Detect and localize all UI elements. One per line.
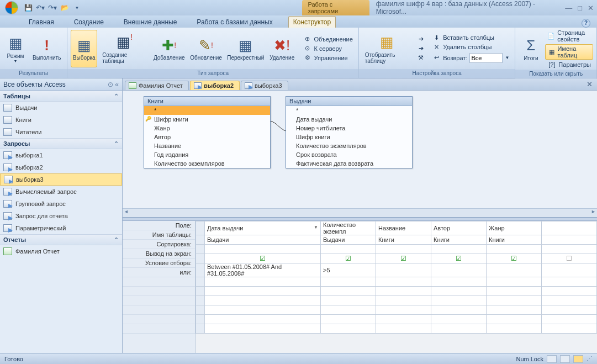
resize-grip-icon[interactable]: ⋰ xyxy=(587,355,593,362)
grid-cell[interactable]: Книги xyxy=(431,235,487,245)
append-button[interactable]: ✚! Добавление xyxy=(152,30,186,67)
update-button[interactable]: ✎! Обновление xyxy=(188,30,223,67)
document-tab[interactable]: выборка3 xyxy=(241,81,288,90)
nav-table-item[interactable]: Читатели xyxy=(0,126,122,138)
maximize-button[interactable]: □ xyxy=(578,4,582,12)
checkbox-checked-icon[interactable]: ☑ xyxy=(434,255,484,262)
field-item[interactable]: Шифр книги xyxy=(144,115,270,124)
grid-cell[interactable]: Автор xyxy=(431,221,487,235)
grid-cell[interactable]: Выдачи xyxy=(205,235,321,245)
field-item[interactable]: Фактическая дата возврата xyxy=(286,159,412,168)
delete-query-button[interactable]: ✖! Удаление xyxy=(268,30,297,67)
nav-section-reports[interactable]: Отчеты⌃ xyxy=(0,234,122,245)
nav-section-tables[interactable]: Таблицы⌃ xyxy=(0,91,122,102)
field-item[interactable]: Дата выдачи xyxy=(286,115,412,124)
grid-cell[interactable]: ☑ xyxy=(205,254,321,263)
field-item[interactable]: Срок возврата xyxy=(286,150,412,159)
open-icon[interactable]: 📂 xyxy=(60,3,69,12)
col-selector[interactable] xyxy=(196,221,205,235)
nav-header[interactable]: Все объекты Access ⊙ « xyxy=(0,78,122,91)
document-tab[interactable]: выборка2 xyxy=(190,81,240,90)
passthrough-button[interactable]: ⊙К серверу xyxy=(301,44,355,52)
field-item[interactable]: Шифр книги xyxy=(286,133,412,141)
field-item[interactable]: Год издания xyxy=(144,150,270,159)
crosstab-button[interactable]: ▦ Перекрестный xyxy=(226,30,266,67)
tab-external-data[interactable]: Внешние данные xyxy=(119,17,182,28)
document-tab[interactable]: Фамилия Отчет xyxy=(125,81,189,90)
checkbox-checked-icon[interactable]: ☑ xyxy=(323,255,373,262)
checkbox-checked-icon[interactable]: ☑ xyxy=(378,255,429,262)
save-icon[interactable]: 💾 xyxy=(24,3,33,12)
totals-button[interactable]: Σ Итоги xyxy=(519,30,543,67)
qat-dropdown-icon[interactable]: ▼ xyxy=(72,3,81,12)
nav-query-item[interactable]: Вычисляемый запрос xyxy=(0,186,122,198)
grid-cell[interactable]: Книги xyxy=(487,235,542,245)
property-sheet-button[interactable]: 📄Страница свойств xyxy=(545,29,593,43)
delete-rows-button[interactable]: ➔ xyxy=(414,44,427,52)
tab-design[interactable]: Конструктор xyxy=(288,16,336,28)
field-all[interactable]: * xyxy=(286,106,412,115)
field-item[interactable]: Название xyxy=(144,141,270,150)
view-datasheet-button[interactable] xyxy=(547,355,557,363)
nav-section-queries[interactable]: Запросы⌃ xyxy=(0,138,122,149)
nav-filter-icon[interactable]: ⊙ « xyxy=(108,81,119,88)
delete-columns-button[interactable]: ✕Удалить столбцы xyxy=(430,43,511,51)
field-all[interactable]: * xyxy=(144,106,270,115)
horizontal-scrollbar[interactable] xyxy=(123,208,597,217)
insert-rows-button[interactable]: ➔ xyxy=(414,35,427,43)
grid-cell[interactable] xyxy=(542,221,597,235)
field-item[interactable]: Количество экземпляров xyxy=(286,141,412,150)
tab-database-tools[interactable]: Работа с базами данных xyxy=(192,17,277,28)
nav-table-item[interactable]: Книги xyxy=(0,114,122,126)
run-button[interactable]: ! Выполнить xyxy=(30,30,64,67)
grid-cell[interactable]: Книги xyxy=(376,235,431,245)
field-item[interactable]: Автор xyxy=(144,133,270,141)
checkbox-checked-icon[interactable]: ☑ xyxy=(489,255,539,262)
grid-cell[interactable]: Название xyxy=(376,221,431,235)
field-item[interactable]: Жанр xyxy=(144,124,270,133)
parameters-button[interactable]: [?]Параметры xyxy=(545,61,593,68)
select-query-button[interactable]: ▦ Выборка xyxy=(71,30,97,67)
nav-query-item[interactable]: выборка1 xyxy=(0,149,122,161)
query-designer-top[interactable]: Книги * Шифр книги Жанр Автор Название Г… xyxy=(123,91,597,218)
nav-report-item[interactable]: Фамилия Отчет xyxy=(0,245,122,257)
grid-cell[interactable] xyxy=(205,245,321,254)
close-tab-button[interactable]: ✕ xyxy=(587,80,593,88)
checkbox-empty-icon[interactable]: ☐ xyxy=(544,255,594,262)
dropdown-icon[interactable]: ▼ xyxy=(314,225,318,230)
checkbox-checked-icon[interactable]: ☑ xyxy=(207,255,318,262)
grid-cell[interactable]: Количество экземпл xyxy=(321,221,376,235)
builder-button[interactable]: ⚒ xyxy=(414,54,427,62)
table-box-issues[interactable]: Выдачи * Дата выдачи Номер читбилета Шиф… xyxy=(286,96,413,168)
nav-table-item[interactable]: Выдачи xyxy=(0,102,122,114)
view-design-button[interactable] xyxy=(573,355,583,363)
nav-query-item[interactable]: выборка2 xyxy=(0,161,122,173)
undo-icon[interactable]: ↶▾ xyxy=(36,3,45,12)
minimize-button[interactable]: — xyxy=(565,4,572,12)
tab-create[interactable]: Создание xyxy=(70,17,108,28)
datadef-button[interactable]: ⚙Управление xyxy=(301,54,355,62)
close-button[interactable]: ✕ xyxy=(588,4,594,12)
nav-query-item[interactable]: Запрос для отчета xyxy=(0,210,122,222)
grid-cell[interactable]: Выдачи xyxy=(321,235,376,245)
nav-query-item[interactable]: Параметрический xyxy=(0,222,122,234)
grid-cell[interactable]: Жанр xyxy=(487,221,542,235)
table-names-button[interactable]: ▦Имена таблиц xyxy=(545,44,593,60)
return-combo[interactable] xyxy=(469,53,503,63)
union-button[interactable]: ⊕Объединение xyxy=(301,35,355,43)
grid-cell[interactable]: Дата выдачи▼ xyxy=(205,221,321,235)
field-item[interactable]: Номер читбилета xyxy=(286,124,412,133)
redo-icon[interactable]: ↷▾ xyxy=(48,3,57,12)
tab-home[interactable]: Главная xyxy=(24,17,59,28)
grid-cell[interactable]: Between #01.05.2008# And #31.05.2008# xyxy=(205,263,321,277)
show-table-button[interactable]: ▦ Отобразить таблицу xyxy=(362,30,412,67)
office-button[interactable] xyxy=(1,0,22,15)
nav-query-item[interactable]: выборка3 xyxy=(0,173,122,186)
table-box-books[interactable]: Книги * Шифр книги Жанр Автор Название Г… xyxy=(144,96,271,168)
grid-cell[interactable]: >5 xyxy=(321,263,376,277)
view-sql-button[interactable] xyxy=(560,355,570,363)
insert-columns-button[interactable]: ⬇Вставить столбцы xyxy=(430,34,511,42)
field-item[interactable]: Количество экземпляров xyxy=(144,159,270,168)
help-icon[interactable]: ? xyxy=(582,19,590,28)
view-button[interactable]: ▦ Режим▼ xyxy=(3,30,28,67)
